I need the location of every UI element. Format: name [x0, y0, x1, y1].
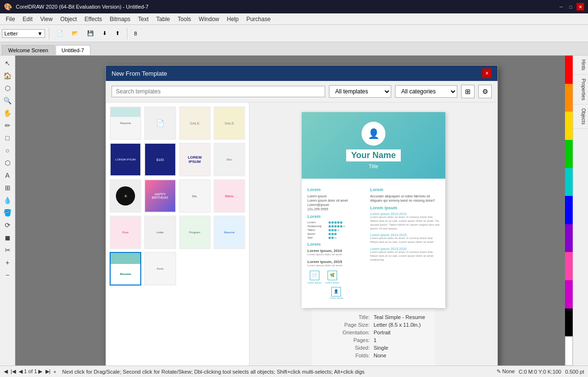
- menu-edit[interactable]: Edit: [19, 15, 36, 23]
- color-swatch-blue[interactable]: [565, 196, 573, 224]
- left-toolbar: ↖ 🏠 ⬡ 🔍 ✋ ✏ □ ○ ⬡ A ⊞ 💧 🪣 ⟳ ◼ ✂ + −: [0, 56, 15, 366]
- template-thumb-17[interactable]: Resume: [110, 252, 141, 286]
- template-thumb-3[interactable]: SALE: [179, 106, 211, 140]
- grid-view-button[interactable]: ⊞: [461, 85, 475, 98]
- menu-view[interactable]: View: [36, 15, 57, 23]
- eyedropper-tool[interactable]: 💧: [2, 194, 13, 206]
- template-thumb-2[interactable]: 📄: [144, 106, 176, 140]
- menu-effects[interactable]: Effects: [81, 15, 106, 23]
- zoom-level[interactable]: 8: [131, 30, 140, 37]
- ellipse-tool[interactable]: ○: [2, 145, 13, 156]
- node-tool[interactable]: ⬡: [2, 82, 13, 94]
- template-thumb-8[interactable]: Doc: [214, 143, 245, 176]
- polygon-tool[interactable]: ⬡: [2, 157, 13, 169]
- menu-window[interactable]: Window: [195, 15, 223, 23]
- template-thumb-13[interactable]: Flyer: [110, 216, 141, 249]
- categories-filter-dropdown[interactable]: All categories: [395, 85, 457, 98]
- properties-panel-tab[interactable]: Properties: [573, 75, 588, 105]
- menu-bitmaps[interactable]: Bitmaps: [106, 15, 134, 23]
- template-thumb-7[interactable]: LOREMIPSUM: [179, 143, 211, 176]
- tab-welcome[interactable]: Welcome Screen: [2, 45, 55, 55]
- tab-untitled[interactable]: Untitled-7: [56, 45, 90, 55]
- skill-dots-2: [328, 225, 345, 228]
- color-swatch-red[interactable]: [565, 56, 573, 84]
- menu-tools[interactable]: Tools: [174, 15, 195, 23]
- skill-dots-4: [328, 233, 337, 235]
- menu-help[interactable]: Help: [223, 15, 243, 23]
- plus-tool[interactable]: +: [2, 257, 13, 268]
- dialog-close-button[interactable]: ×: [482, 69, 492, 78]
- resume-section-lorem-2: Lorem: [307, 242, 365, 247]
- template-thumb-16[interactable]: Resume: [214, 216, 245, 249]
- search-input[interactable]: [112, 86, 325, 97]
- menu-purchase[interactable]: Purchase: [242, 15, 274, 23]
- color-swatch-purple[interactable]: [565, 224, 573, 252]
- select-tool[interactable]: ↖: [2, 57, 13, 69]
- settings-button[interactable]: ⚙: [478, 85, 492, 98]
- page-first[interactable]: |◀: [11, 368, 16, 375]
- template-thumb-12[interactable]: Menu: [214, 179, 245, 213]
- crop-tool[interactable]: ✂: [2, 244, 13, 256]
- minimize-button[interactable]: ─: [557, 3, 565, 11]
- menu-table[interactable]: Table: [152, 15, 174, 23]
- shape-tool[interactable]: □: [2, 132, 13, 144]
- color-swatch-pink[interactable]: [565, 252, 573, 280]
- template-thumb-9[interactable]: ☀: [110, 179, 141, 213]
- template-info-panel: Title: Teal Simple - Resume Page Size: L…: [312, 308, 435, 366]
- page-size-dropdown[interactable]: Letter ▼: [2, 29, 45, 38]
- info-label-pages: Pages:: [322, 337, 370, 343]
- template-thumb-4[interactable]: SALE: [214, 106, 245, 140]
- color-swatch-white[interactable]: [565, 336, 573, 366]
- skill-row-1: Lorem: [307, 221, 365, 224]
- resume-person-box: 👤: [331, 287, 341, 297]
- template-thumb-10[interactable]: HAPPYBIRTHDAY: [144, 179, 176, 213]
- home-tool[interactable]: 🏠: [2, 70, 13, 81]
- minus-tool[interactable]: −: [2, 269, 13, 281]
- page-indicator: ◀ 1 of 1 ▶: [19, 368, 43, 375]
- table-tool[interactable]: ⊞: [2, 182, 13, 194]
- import-button[interactable]: ⬇: [99, 29, 110, 38]
- export-button[interactable]: ⬆: [112, 29, 123, 38]
- maximize-button[interactable]: □: [567, 3, 575, 11]
- resume-header: 👤 Your Name Title: [302, 112, 445, 179]
- menu-file[interactable]: File: [2, 15, 19, 23]
- zoom-tool[interactable]: 🔍: [2, 95, 13, 106]
- color-swatch-yellow[interactable]: [565, 112, 573, 140]
- template-thumb-5[interactable]: LOREM IPSUM: [110, 143, 141, 176]
- text-tool[interactable]: A: [2, 170, 13, 181]
- page-last[interactable]: ▶|: [45, 368, 51, 375]
- close-window-button[interactable]: ✕: [577, 3, 584, 11]
- template-thumb-14[interactable]: Letter: [144, 216, 176, 249]
- properties-label: Properties: [581, 79, 586, 101]
- menu-text[interactable]: Text: [134, 15, 152, 23]
- info-label-sided: Sided:: [322, 345, 370, 351]
- page-nav-prev[interactable]: ◀: [4, 368, 8, 375]
- blend-tool[interactable]: ⟳: [2, 219, 13, 231]
- menu-object[interactable]: Object: [57, 15, 81, 23]
- templates-filter-dropdown[interactable]: All templates: [329, 85, 391, 98]
- color-swatch-cyan[interactable]: [565, 168, 573, 196]
- template-thumb-15[interactable]: Program: [179, 216, 211, 249]
- skill-row-4: Ipsum: [307, 232, 365, 235]
- color-swatch-black[interactable]: [565, 308, 573, 337]
- objects-panel-tab[interactable]: Objects: [573, 104, 588, 129]
- template-thumb-1[interactable]: Resume: [110, 106, 141, 140]
- template-thumb-6[interactable]: $100: [144, 143, 176, 176]
- fill-tool[interactable]: 🪣: [2, 207, 13, 218]
- info-row-title: Title: Teal Simple - Resume: [322, 314, 425, 320]
- new-button[interactable]: 📄: [53, 29, 67, 38]
- template-thumb-18[interactable]: Form: [144, 252, 176, 286]
- info-label-title: Title:: [322, 314, 370, 320]
- resume-skills: Lorem Sodipscing: [307, 221, 365, 239]
- open-button[interactable]: 📂: [68, 29, 82, 38]
- right-panels: Hints Properties Objects: [573, 56, 588, 366]
- shadow-tool[interactable]: ◼: [2, 232, 13, 243]
- hints-panel-tab[interactable]: Hints: [573, 56, 588, 75]
- color-swatch-green[interactable]: [565, 140, 573, 168]
- save-button[interactable]: 💾: [84, 29, 97, 38]
- freehand-tool[interactable]: ✏: [2, 120, 13, 131]
- color-swatch-orange[interactable]: [565, 84, 573, 112]
- pan-tool[interactable]: ✋: [2, 107, 13, 119]
- template-thumb-11[interactable]: Inv.: [179, 179, 211, 213]
- color-swatch-magenta[interactable]: [565, 280, 573, 308]
